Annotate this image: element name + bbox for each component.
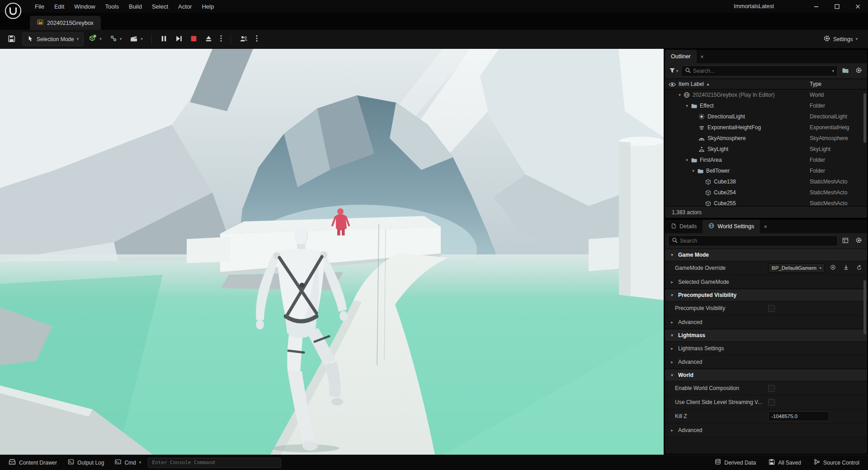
outliner-scrollbar[interactable]: [863, 93, 866, 143]
gear-icon: [855, 237, 862, 245]
caret-down-icon[interactable]: ▾: [684, 103, 690, 108]
blueprints-dropdown[interactable]: ▾: [107, 33, 125, 46]
menu-window[interactable]: Window: [69, 0, 100, 13]
derived-data-button[interactable]: Derived Data: [711, 457, 760, 469]
precompute-visibility-checkbox[interactable]: [768, 305, 775, 312]
cinematics-dropdown[interactable]: ▾: [127, 33, 146, 46]
caret-down-icon[interactable]: ▾: [690, 169, 696, 173]
outliner-row-directionallight[interactable]: DirectionalLight DirectionalLight: [665, 111, 867, 122]
outliner-row-heightfog[interactable]: ExponentialHeightFog ExponentialHeig: [665, 122, 867, 133]
caret-down-icon[interactable]: ▾: [684, 158, 690, 162]
close-button[interactable]: [847, 0, 868, 13]
outliner-search-input[interactable]: [693, 68, 830, 74]
eject-button[interactable]: [202, 33, 215, 46]
toolbar-options-button[interactable]: [253, 33, 261, 46]
row-lightmass-settings[interactable]: ▸ Lightmass Settings: [665, 342, 867, 355]
property-label: ▸ Selected GameMode: [665, 279, 768, 285]
outliner-close-button[interactable]: ×: [697, 51, 708, 62]
tab-outliner[interactable]: Outliner: [665, 50, 697, 63]
world-icon: [683, 92, 691, 98]
outliner-settings-button[interactable]: [853, 66, 864, 76]
column-type[interactable]: Type: [810, 81, 821, 87]
section-world[interactable]: ▾ World: [665, 369, 867, 381]
add-actor-dropdown[interactable]: ▾: [85, 33, 105, 46]
details-settings-button[interactable]: [853, 235, 864, 246]
outliner-row-cube255[interactable]: Cube255 StaticMeshActo: [665, 198, 867, 206]
viewport-3d[interactable]: [0, 49, 664, 455]
column-item-label[interactable]: Item Label ▲: [679, 81, 710, 87]
menu-build[interactable]: Build: [124, 0, 147, 13]
tab-world-settings[interactable]: World Settings: [703, 220, 760, 233]
frame-skip-button[interactable]: [172, 33, 185, 46]
caret-right-icon[interactable]: ▸: [669, 280, 675, 284]
cmd-dropdown[interactable]: Cmd ▾: [111, 457, 145, 469]
row-advanced-world[interactable]: ▸ Advanced: [665, 423, 867, 437]
display-filter-button[interactable]: [840, 235, 851, 246]
gamemode-override-dropdown[interactable]: BP_DefaultGamem ▾: [768, 263, 825, 273]
kill-z-input[interactable]: [768, 411, 829, 421]
menu-edit[interactable]: Edit: [49, 0, 69, 13]
save-button[interactable]: [5, 33, 19, 46]
outliner-row-cube138[interactable]: Cube138 StaticMeshActo: [665, 176, 867, 187]
details-close-button[interactable]: ×: [760, 221, 771, 232]
eject-icon: [205, 35, 212, 43]
enable-world-composition-checkbox[interactable]: [768, 385, 775, 392]
outliner-row-cube254[interactable]: Cube254 StaticMeshActo: [665, 187, 867, 198]
source-control-button[interactable]: Source Control: [810, 457, 863, 469]
row-advanced-lightmass[interactable]: ▸ Advanced: [665, 355, 867, 369]
minimize-button[interactable]: [806, 0, 826, 13]
tab-details[interactable]: Details: [665, 220, 703, 233]
section-precomputed-visibility[interactable]: ▾ Precomputed Visibility: [665, 289, 867, 301]
output-log-button[interactable]: Output Log: [64, 457, 108, 469]
caret-right-icon[interactable]: ▸: [669, 428, 675, 432]
outliner-row-folder-effect[interactable]: ▾ Effect Folder: [665, 100, 867, 111]
menu-help[interactable]: Help: [197, 0, 219, 13]
eye-icon[interactable]: [669, 82, 676, 89]
outliner-row-skyatmosphere[interactable]: SkyAtmosphere SkyAtmosphere: [665, 133, 867, 144]
create-folder-button[interactable]: [840, 66, 851, 76]
multiplayer-button[interactable]: [236, 33, 251, 46]
property-label-text: Enable World Composition: [675, 385, 739, 391]
all-saved-button[interactable]: All Saved: [764, 457, 805, 469]
settings-dropdown[interactable]: Settings ▾: [820, 33, 861, 46]
reset-to-default-button[interactable]: [854, 263, 864, 273]
details-search-input[interactable]: [680, 238, 834, 244]
console-command-input[interactable]: [148, 458, 281, 468]
property-label-text: Advanced: [678, 319, 702, 325]
maximize-button[interactable]: [826, 0, 847, 13]
browse-to-asset-button[interactable]: [827, 263, 838, 273]
unreal-logo[interactable]: [4, 1, 23, 20]
level-tab[interactable]: 20240215Greybox: [30, 16, 101, 30]
stop-button[interactable]: [187, 33, 200, 46]
caret-down-icon: ▾: [669, 333, 675, 338]
caret-right-icon[interactable]: ▸: [669, 320, 675, 324]
menu-actor[interactable]: Actor: [173, 0, 197, 13]
outliner-row-world[interactable]: ▾ 20240215Greybox (Play In Editor) World: [665, 89, 867, 100]
outliner-row-skylight[interactable]: SkyLight SkyLight: [665, 144, 867, 155]
details-scrollbar[interactable]: [863, 280, 866, 334]
create-folder-icon: [842, 67, 849, 75]
row-advanced-precomputed[interactable]: ▸ Advanced: [665, 315, 867, 329]
caret-right-icon[interactable]: ▸: [669, 346, 675, 351]
sky-atmosphere-icon: [698, 135, 706, 141]
details-tab-label: Details: [679, 223, 697, 230]
play-options-button[interactable]: [217, 33, 225, 46]
content-drawer-button[interactable]: Content Drawer: [5, 457, 61, 469]
caret-down-icon[interactable]: ▾: [677, 93, 683, 97]
outliner-row-folder-belltower[interactable]: ▾ BellTower Folder: [665, 165, 867, 176]
menu-select[interactable]: Select: [147, 0, 173, 13]
blueprints-icon: [110, 35, 117, 43]
section-game-mode[interactable]: ▾ Game Mode: [665, 249, 867, 261]
menu-file[interactable]: File: [30, 0, 49, 13]
row-selected-gamemode[interactable]: ▸ Selected GameMode: [665, 275, 867, 289]
outliner-row-folder-firstarea[interactable]: ▾ FirstArea Folder: [665, 155, 867, 165]
editor-mode-dropdown[interactable]: Selection Mode ▾: [22, 33, 84, 46]
client-side-streaming-checkbox[interactable]: [768, 399, 775, 406]
section-lightmass[interactable]: ▾ Lightmass: [665, 329, 867, 342]
use-selected-asset-button[interactable]: [840, 263, 851, 273]
browse-to-icon: [830, 264, 836, 272]
pause-button[interactable]: [157, 33, 170, 46]
caret-right-icon[interactable]: ▸: [669, 360, 675, 364]
outliner-filter-button[interactable]: ▾: [668, 66, 679, 76]
menu-tools[interactable]: Tools: [100, 0, 124, 13]
